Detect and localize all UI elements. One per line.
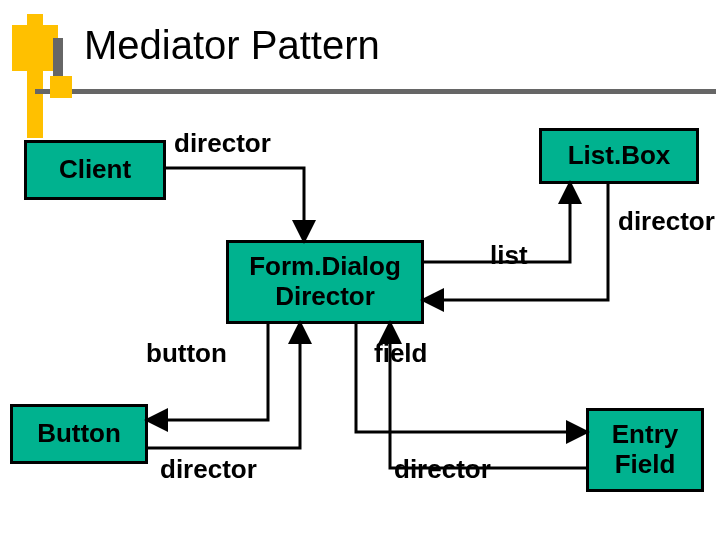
label-list: list bbox=[490, 240, 528, 271]
title-rule-horz bbox=[35, 89, 716, 94]
box-formdialog-label: Form.Dialog Director bbox=[229, 252, 421, 312]
label-director-top: director bbox=[174, 128, 271, 159]
box-listbox: List.Box bbox=[539, 128, 699, 184]
box-entryfield-label: Entry Field bbox=[589, 420, 701, 480]
label-button: button bbox=[146, 338, 227, 369]
diagram-stage: Mediator Pattern Client List.Box Form.Di… bbox=[0, 0, 720, 540]
label-director-bottom-left: director bbox=[160, 454, 257, 485]
box-formdialog: Form.Dialog Director bbox=[226, 240, 424, 324]
title-accent-big bbox=[12, 25, 58, 71]
box-listbox-label: List.Box bbox=[564, 141, 675, 171]
box-client-label: Client bbox=[55, 155, 135, 185]
edge-client-to-formdialog bbox=[166, 168, 304, 240]
label-director-right: director bbox=[618, 206, 715, 237]
title-accent-small bbox=[50, 76, 72, 98]
page-title: Mediator Pattern bbox=[84, 23, 380, 68]
label-field: field bbox=[374, 338, 427, 369]
label-director-bottom-right: director bbox=[394, 454, 491, 485]
box-button: Button bbox=[10, 404, 148, 464]
box-entryfield: Entry Field bbox=[586, 408, 704, 492]
box-button-label: Button bbox=[33, 419, 125, 449]
box-client: Client bbox=[24, 140, 166, 200]
